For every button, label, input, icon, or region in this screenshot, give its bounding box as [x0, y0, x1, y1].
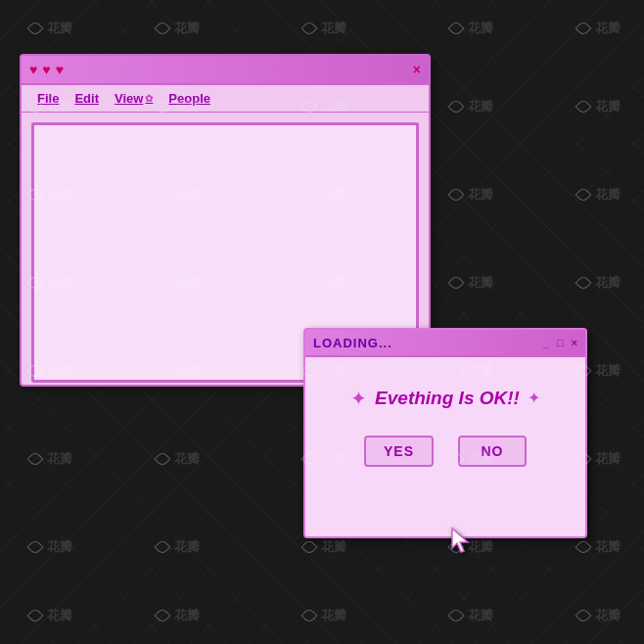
watermark-25: 花瓣: [29, 450, 72, 468]
watermark-14: 花瓣: [577, 186, 621, 204]
main-window-close-button[interactable]: ×: [413, 62, 421, 77]
watermark-0: 花瓣: [29, 20, 72, 37]
dialog-titlebar: LOADING... _ □ ×: [305, 330, 585, 357]
yes-button[interactable]: YES: [364, 436, 434, 467]
watermark-31: 花瓣: [157, 538, 200, 556]
dialog-buttons: YES NO: [364, 436, 527, 467]
watermark-19: 花瓣: [577, 274, 621, 292]
watermark-2: 花瓣: [303, 20, 346, 37]
dialog-maximize-button[interactable]: □: [555, 337, 566, 348]
watermark-30: 花瓣: [29, 538, 72, 556]
dialog-message-area: ✦ Evething Is OK!! ✦: [320, 377, 571, 421]
dialog-minimize-button[interactable]: _: [541, 337, 551, 348]
dialog-close-button[interactable]: ×: [570, 337, 579, 348]
menu-file[interactable]: File: [29, 89, 67, 108]
no-button[interactable]: NO: [458, 436, 527, 467]
cursor-icon: [450, 527, 474, 556]
heart-icon-3: ♥: [56, 62, 64, 77]
watermark-3: 花瓣: [450, 20, 493, 37]
watermark-32: 花瓣: [303, 538, 346, 556]
watermark-8: 花瓣: [450, 98, 493, 115]
dialog-title: LOADING...: [313, 336, 392, 350]
watermark-38: 花瓣: [450, 607, 493, 624]
watermark-26: 花瓣: [157, 450, 200, 468]
watermark-13: 花瓣: [450, 186, 493, 204]
watermark-18: 花瓣: [450, 274, 493, 292]
dialog-message-text: Evething Is OK!!: [375, 387, 520, 411]
menu-people[interactable]: People: [161, 89, 218, 108]
sparkle-left-icon: ✦: [350, 389, 367, 408]
main-window-titlebar: ♥ ♥ ♥ ×: [22, 56, 429, 85]
watermark-36: 花瓣: [157, 607, 200, 624]
dialog-controls: _ □ ×: [541, 337, 579, 348]
watermark-4: 花瓣: [577, 20, 621, 37]
menu-edit[interactable]: Edit: [67, 89, 107, 108]
watermark-37: 花瓣: [303, 607, 346, 624]
watermark-35: 花瓣: [29, 607, 72, 624]
titlebar-hearts: ♥ ♥ ♥: [29, 62, 64, 77]
sparkle-right-icon: ✦: [528, 391, 540, 406]
heart-icon-1: ♥: [29, 62, 37, 77]
menu-view[interactable]: View ✿: [107, 89, 161, 108]
watermark-9: 花瓣: [577, 98, 621, 115]
heart-icon-2: ♥: [42, 62, 50, 77]
watermark-34: 花瓣: [577, 538, 621, 556]
watermark-1: 花瓣: [157, 20, 200, 37]
loading-dialog: LOADING... _ □ × ✦ Evething Is OK!! ✦ YE…: [303, 328, 587, 538]
main-window-menubar: File Edit View ✿ People: [22, 85, 429, 113]
view-decoration: ✿: [145, 93, 153, 104]
dialog-body: ✦ Evething Is OK!! ✦ YES NO: [305, 357, 585, 482]
watermark-39: 花瓣: [577, 607, 621, 624]
